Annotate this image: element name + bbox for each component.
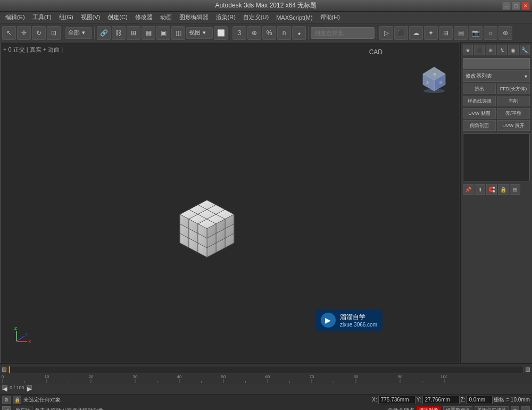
autokey-btn[interactable]: 选定对象	[417, 406, 441, 411]
rp-motion-icon[interactable]: ↯	[497, 45, 507, 55]
close-button[interactable]: ✕	[521, 2, 530, 10]
rp-uvw2-btn[interactable]: UVW 展开	[497, 120, 530, 131]
rp-bevel-btn[interactable]: 倒角剖面	[463, 120, 496, 131]
app-title: Autodesk 3ds Max 2012 x64 无标题	[215, 1, 317, 10]
chevron-down-icon3: ▾	[525, 73, 527, 79]
filter-btn[interactable]: 设置类别点	[443, 406, 472, 411]
maximize-button[interactable]: □	[512, 2, 520, 10]
menu-item-7[interactable]: 图形编辑器	[176, 12, 212, 22]
rp-uvw-btn[interactable]: UVW 贴图	[463, 108, 496, 119]
tl-back-btn[interactable]: ◀	[2, 385, 7, 390]
rp-shell-btn[interactable]: 壳/平整	[497, 108, 530, 119]
x-field[interactable]: 775.736mm	[378, 396, 415, 404]
tb-link-btn[interactable]: 🔗	[97, 26, 111, 40]
timeline-left-btn[interactable]	[2, 367, 6, 372]
rp-display-icon[interactable]: ◉	[508, 45, 518, 55]
rp-top-icons: ★ ⬛ ⊕ ↯ ◉ 🔧	[463, 45, 530, 55]
viewport[interactable]: + 0 正交 | 真实 + 边面 | CAD 顶 前 左	[0, 43, 460, 363]
status-bottom: ◀ 所在行 单击并拖动以选择并移动对象 自动关键点 选定对象 设置类别点 关闭点…	[0, 405, 532, 410]
svg-text:80: 80	[354, 374, 359, 379]
close-filter-btn[interactable]: 关闭点过滤器	[475, 406, 509, 411]
tb-bind-btn[interactable]: ⊞	[127, 26, 140, 40]
z-label: Z:	[461, 397, 466, 403]
menu-item-9[interactable]: 自定义(U)	[240, 12, 272, 22]
minimize-button[interactable]: ─	[502, 2, 511, 10]
rp-spline-btn[interactable]: 样条线选择	[463, 96, 496, 106]
menu-item-8[interactable]: 渲染(R)	[213, 12, 239, 22]
nav-cube[interactable]: 顶 前 左	[420, 64, 449, 94]
tb-snap2-btn[interactable]: ⊕	[247, 26, 261, 40]
settings-icon[interactable]: ⚙	[511, 406, 519, 411]
tb-view-dropdown[interactable]: 视图 ▾	[186, 27, 213, 39]
menu-item-10[interactable]: MAXScript(M)	[273, 13, 315, 22]
tb-snap3-btn[interactable]: %	[262, 26, 276, 40]
tb-spinner-btn[interactable]: n	[277, 26, 291, 40]
timeline-ruler: 0102030405060708090100	[0, 373, 532, 384]
axes-indicator: X Z Y	[11, 325, 32, 347]
tb-mirror-btn[interactable]: ⬥	[292, 26, 306, 40]
tb-render-btn[interactable]: ⬛	[394, 26, 408, 40]
svg-text:前: 前	[439, 81, 442, 84]
menu-item-2[interactable]: 组(G)	[56, 12, 77, 22]
rp-btn-row1: 挤出 FFD(长方体)	[463, 83, 530, 94]
rp-lathe-btn[interactable]: 车削	[497, 96, 530, 106]
tb-play-btn[interactable]: ▷	[379, 26, 393, 40]
y-field[interactable]: 27.766mm	[422, 396, 460, 404]
tb-helper-btn[interactable]: ⊛	[498, 26, 512, 40]
tb-cam-btn[interactable]: 📷	[469, 26, 483, 40]
rp-expand-icon[interactable]: ⊞	[510, 184, 520, 195]
z-field[interactable]: 0.0mm	[466, 396, 493, 404]
tb-sel-btn[interactable]: ▣	[156, 26, 170, 40]
tb-unlink-btn[interactable]: ⛓	[112, 26, 126, 40]
modifier-list-dropdown[interactable]: 修改器列表 ▾	[463, 70, 530, 82]
timeline-slider[interactable]	[9, 366, 523, 373]
rp-extrude-btn[interactable]: 挤出	[463, 83, 496, 94]
svg-text:左: 左	[426, 81, 429, 84]
rp-magnet-icon[interactable]: 🧲	[486, 184, 497, 195]
rp-star-icon[interactable]: ★	[463, 45, 473, 55]
tl-fwd-btn[interactable]: ▶	[27, 385, 32, 390]
x-label: X:	[372, 397, 377, 403]
tb-filter-btn[interactable]: ▦	[142, 26, 155, 40]
menu-item-1[interactable]: 工具(T)	[29, 12, 55, 22]
menu-item-6[interactable]: 动画	[157, 12, 175, 22]
svg-text:100: 100	[440, 374, 447, 379]
tb-rotate-btn[interactable]: ↻	[32, 26, 46, 40]
tb-window-btn[interactable]: ⬜	[214, 26, 228, 40]
menu-item-3[interactable]: 视图(V)	[78, 12, 104, 22]
tb-all-dropdown[interactable]: 全部 ▾	[65, 27, 92, 39]
tb-region-btn[interactable]: ◫	[171, 26, 185, 40]
status-icon2[interactable]: 🔒	[13, 396, 21, 404]
tb-move-btn[interactable]: ✛	[17, 26, 31, 40]
tb-select-btn[interactable]: ↖	[2, 26, 16, 40]
rp-pause-icon[interactable]: ⏸	[475, 184, 485, 195]
search-input[interactable]	[311, 27, 375, 39]
timeline-right-btn[interactable]	[526, 367, 530, 372]
rp-pin-icon[interactable]: 📌	[463, 184, 473, 195]
chevron-down-icon: ▾	[82, 29, 85, 36]
rp-hier-icon[interactable]: ⊕	[486, 45, 496, 55]
tb-light-btn[interactable]: ☼	[484, 26, 497, 40]
menu-item-4[interactable]: 创建(C)	[104, 12, 130, 22]
tb-effects-btn[interactable]: ✦	[424, 26, 438, 40]
menu-item-11[interactable]: 帮助(H)	[317, 12, 343, 22]
svg-text:70: 70	[310, 374, 314, 379]
status-key-icon[interactable]: ◀	[2, 406, 11, 411]
rp-search-input[interactable]	[463, 58, 530, 69]
minimize-icon[interactable]: −	[521, 406, 530, 411]
tb-scale-btn[interactable]: ⊡	[47, 26, 61, 40]
svg-text:50: 50	[221, 374, 226, 379]
tb-env-btn[interactable]: ☁	[409, 26, 423, 40]
rp-ffd-btn[interactable]: FFD(长方体)	[497, 83, 530, 94]
tb-frames-btn[interactable]: ▤	[454, 26, 468, 40]
status-right: 自动关键点 选定对象 设置类别点 关闭点过滤器 ⚙ −	[388, 406, 530, 411]
rp-scene-icon[interactable]: ⬛	[474, 45, 484, 55]
menu-item-5[interactable]: 修改器	[132, 12, 156, 22]
rp-lock-icon[interactable]: 🔒	[498, 184, 509, 195]
rp-tools-icon[interactable]: 🔧	[520, 45, 530, 55]
rp-btn-row4: 倒角剖面 UVW 展开	[463, 120, 530, 131]
status-icon1[interactable]: ⚙	[2, 396, 11, 404]
tb-render2-btn[interactable]: ⊟	[439, 26, 453, 40]
tb-snap-btn[interactable]: 3	[232, 26, 246, 40]
menu-item-0[interactable]: 编辑(E)	[2, 12, 28, 22]
